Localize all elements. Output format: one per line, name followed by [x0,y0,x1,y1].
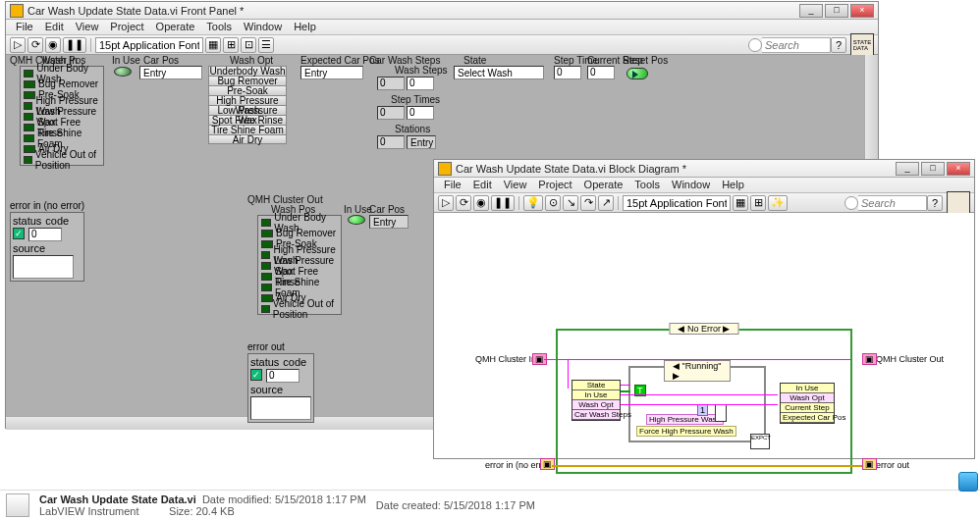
help-button[interactable]: ? [831,37,846,53]
menu-window[interactable]: Window [238,20,288,34]
error-out-cluster[interactable]: error out statuscode ✓ 0 source [247,341,314,423]
menu-window[interactable]: Window [666,178,716,192]
inuse-label: In Use [112,55,140,66]
qmh-out-terminal[interactable]: ▣ [862,353,877,365]
washsteps-index[interactable]: 0 [377,77,405,90]
step-out-button[interactable]: ↗ [598,195,614,211]
close-button[interactable]: × [850,4,874,18]
search-input[interactable] [858,195,927,211]
maximize-button[interactable]: □ [921,162,945,176]
case-selector-outer[interactable]: ◀ No Error ▶ [669,323,738,335]
run-continuous-button[interactable]: ⟳ [456,195,471,211]
menu-view[interactable]: View [70,20,105,34]
distribute-button[interactable]: ⊞ [223,37,239,53]
menu-file[interactable]: File [438,178,467,192]
run-button[interactable]: ▷ [438,195,454,211]
run-button[interactable]: ▷ [10,37,26,53]
pause-button[interactable]: ❚❚ [491,195,515,211]
washopt-list[interactable]: Underbody Wash Bug Remover Pre-Soak High… [208,66,287,144]
maximize-button[interactable]: □ [825,4,848,18]
const-hp-wash[interactable]: High Pressure Wash [646,414,724,425]
retain-button[interactable]: ⊙ [545,195,561,211]
bundle-by-name[interactable]: In Use Wash Opt Current Step Expected Ca… [780,383,835,424]
search-icon [844,196,858,210]
vi-icon[interactable] [947,191,970,215]
font-input[interactable] [623,195,731,211]
washpos-out-cluster[interactable]: Under Body Wash Bug Remover Pre-Soak Hig… [257,215,342,315]
stations-index[interactable]: 0 [377,135,405,149]
menu-file[interactable]: File [10,20,39,34]
pause-button[interactable]: ❚❚ [63,37,86,53]
washpos-item: Under Body Wash [22,68,102,78]
run-continuous-button[interactable]: ⟳ [27,37,43,53]
vi-icon[interactable]: STATEDATA [850,33,874,57]
close-button[interactable]: × [947,162,970,176]
error-source-text[interactable] [13,255,74,279]
washsteps-value[interactable]: 0 [407,77,434,90]
currentstep-value[interactable]: 0 [587,66,615,79]
step-into-button[interactable]: ↘ [563,195,578,211]
teamviewer-icon[interactable] [958,472,978,492]
help-button[interactable]: ? [927,195,943,211]
search-input[interactable] [762,37,831,53]
num-constant[interactable]: 1 [697,404,708,416]
cleanup-button[interactable]: ✨ [768,195,788,211]
inuse-led[interactable] [114,67,132,77]
errout-terminal[interactable]: ▣ [862,458,877,470]
led-icon [24,70,33,78]
case-selector-inner[interactable]: ◀ "Running" ▶ [664,360,731,382]
stations-text[interactable]: Entry [407,135,436,149]
build-array-node[interactable] [715,404,727,422]
align-button[interactable]: ▦ [733,195,748,211]
menu-project[interactable]: Project [532,178,577,192]
washpos-in-cluster[interactable]: Under Body Wash Bug Remover Pre-Soak Hig… [20,66,104,166]
menu-project[interactable]: Project [104,20,149,34]
file-type-icon [6,493,29,517]
error-in-cluster[interactable]: error in (no error) statuscode ✓ 0 sourc… [10,200,84,282]
steptimes-index[interactable]: 0 [377,106,405,120]
carpos-input[interactable]: Entry [139,66,202,79]
file-name: Car Wash Update State Data.vi [39,493,196,505]
unbundle-by-name[interactable]: State In Use Wash Opt Car Wash Steps [572,380,621,421]
menu-tools[interactable]: Tools [628,178,666,192]
explorer-details-bar: Car Wash Update State Data.vi Date modif… [0,490,980,519]
search-icon [748,38,762,52]
menu-edit[interactable]: Edit [39,20,70,34]
font-input[interactable] [95,37,203,53]
step-over-button[interactable]: ↷ [580,195,596,211]
expected-input[interactable]: Entry [300,66,363,79]
font-selector[interactable] [95,37,203,53]
steptime-value[interactable]: 0 [554,66,581,79]
menu-tools[interactable]: Tools [200,20,238,34]
minimize-button[interactable]: _ [799,4,823,18]
steptimes-value[interactable]: 0 [407,106,434,120]
menu-help[interactable]: Help [288,20,322,34]
state-input[interactable]: Select Wash [454,66,544,79]
qmh-in-terminal-label: QMH Cluster In [475,354,536,364]
reorder-button[interactable]: ☰ [258,37,274,53]
menu-edit[interactable]: Edit [467,178,498,192]
resize-button[interactable]: ⊡ [241,37,256,53]
stations-label: Stations [395,124,430,134]
align-button[interactable]: ▦ [205,37,221,53]
menu-operate[interactable]: Operate [150,20,201,34]
distribute-button[interactable]: ⊞ [750,195,766,211]
menu-view[interactable]: View [498,178,533,192]
menu-operate[interactable]: Operate [578,178,629,192]
const-force-hp-wash[interactable]: Force High Pressure Wash [636,426,736,437]
inuse-out-led[interactable] [348,215,365,225]
block-diagram-window: Car Wash Update State Data.vi Block Diag… [433,159,975,459]
error-in-label: error in (no error) [10,200,84,211]
abort-button[interactable]: ◉ [45,37,61,53]
highlight-button[interactable]: 💡 [523,195,543,211]
resetpos-button[interactable] [626,68,648,79]
expected-label: Expected Car Pos [300,55,380,66]
block-diagram-titlebar: Car Wash Update State Data.vi Block Diag… [434,160,974,178]
error-code-value[interactable]: 0 [28,228,62,241]
abort-button[interactable]: ◉ [473,195,489,211]
errin-terminal[interactable]: ▣ [540,458,555,470]
block-diagram-client: QMH Cluster In ▣ error in (no error) ▣ Q… [434,213,974,458]
minimize-button[interactable]: _ [896,162,919,176]
expect-station-subvi[interactable]: EXPCT [750,434,770,449]
menu-help[interactable]: Help [716,178,750,192]
